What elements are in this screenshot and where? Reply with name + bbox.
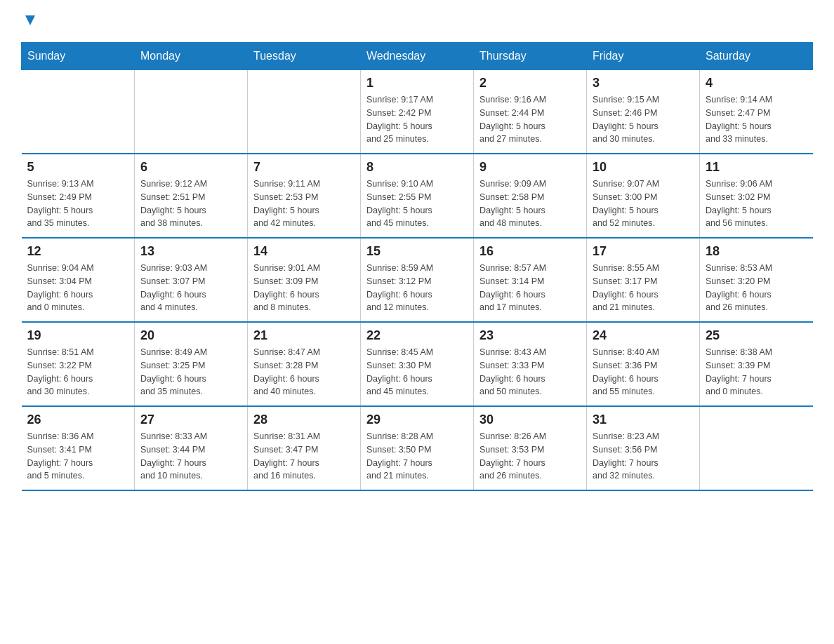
day-info: Sunrise: 9:14 AM Sunset: 2:47 PM Dayligh… bbox=[706, 93, 807, 146]
day-cell: 24Sunrise: 8:40 AM Sunset: 3:36 PM Dayli… bbox=[587, 322, 700, 406]
day-header-friday: Friday bbox=[587, 43, 700, 70]
day-cell: 28Sunrise: 8:31 AM Sunset: 3:47 PM Dayli… bbox=[248, 406, 361, 490]
days-of-week-row: SundayMondayTuesdayWednesdayThursdayFrid… bbox=[22, 43, 813, 70]
logo bbox=[21, 14, 38, 28]
day-cell: 7Sunrise: 9:11 AM Sunset: 2:53 PM Daylig… bbox=[248, 154, 361, 238]
week-row-2: 5Sunrise: 9:13 AM Sunset: 2:49 PM Daylig… bbox=[22, 154, 813, 238]
day-number: 14 bbox=[253, 244, 355, 259]
day-info: Sunrise: 8:38 AM Sunset: 3:39 PM Dayligh… bbox=[706, 346, 807, 398]
day-number: 4 bbox=[706, 76, 807, 90]
day-number: 9 bbox=[479, 160, 581, 175]
day-cell: 2Sunrise: 9:16 AM Sunset: 2:44 PM Daylig… bbox=[474, 70, 587, 154]
day-number: 1 bbox=[366, 76, 468, 90]
day-number: 2 bbox=[479, 76, 581, 90]
day-number: 31 bbox=[593, 412, 694, 427]
day-number: 11 bbox=[706, 160, 807, 175]
day-info: Sunrise: 8:26 AM Sunset: 3:53 PM Dayligh… bbox=[479, 430, 581, 483]
calendar-table: SundayMondayTuesdayWednesdayThursdayFrid… bbox=[21, 42, 813, 491]
day-cell: 19Sunrise: 8:51 AM Sunset: 3:22 PM Dayli… bbox=[22, 322, 135, 406]
day-number: 22 bbox=[366, 328, 468, 343]
day-cell: 21Sunrise: 8:47 AM Sunset: 3:28 PM Dayli… bbox=[248, 322, 361, 406]
day-cell bbox=[700, 406, 813, 490]
day-cell: 1Sunrise: 9:17 AM Sunset: 2:42 PM Daylig… bbox=[361, 70, 474, 154]
day-cell: 29Sunrise: 8:28 AM Sunset: 3:50 PM Dayli… bbox=[361, 406, 474, 490]
day-cell: 30Sunrise: 8:26 AM Sunset: 3:53 PM Dayli… bbox=[474, 406, 587, 490]
logo-triangle-icon bbox=[22, 13, 38, 28]
day-info: Sunrise: 8:57 AM Sunset: 3:14 PM Dayligh… bbox=[479, 262, 581, 314]
day-info: Sunrise: 8:40 AM Sunset: 3:36 PM Dayligh… bbox=[593, 346, 694, 398]
day-cell: 8Sunrise: 9:10 AM Sunset: 2:55 PM Daylig… bbox=[361, 154, 474, 238]
day-number: 5 bbox=[27, 160, 129, 175]
day-number: 18 bbox=[706, 244, 807, 259]
week-row-4: 19Sunrise: 8:51 AM Sunset: 3:22 PM Dayli… bbox=[22, 322, 813, 406]
page-header bbox=[21, 14, 813, 28]
day-info: Sunrise: 9:16 AM Sunset: 2:44 PM Dayligh… bbox=[479, 93, 581, 146]
day-info: Sunrise: 8:31 AM Sunset: 3:47 PM Dayligh… bbox=[253, 430, 355, 483]
day-info: Sunrise: 8:53 AM Sunset: 3:20 PM Dayligh… bbox=[706, 262, 807, 314]
day-cell: 20Sunrise: 8:49 AM Sunset: 3:25 PM Dayli… bbox=[135, 322, 248, 406]
day-cell: 25Sunrise: 8:38 AM Sunset: 3:39 PM Dayli… bbox=[700, 322, 813, 406]
day-info: Sunrise: 9:07 AM Sunset: 3:00 PM Dayligh… bbox=[593, 177, 694, 230]
day-number: 21 bbox=[253, 328, 355, 343]
day-number: 10 bbox=[593, 160, 694, 175]
day-number: 27 bbox=[140, 412, 241, 427]
day-info: Sunrise: 9:06 AM Sunset: 3:02 PM Dayligh… bbox=[706, 177, 807, 230]
day-header-sunday: Sunday bbox=[22, 43, 135, 70]
day-info: Sunrise: 8:43 AM Sunset: 3:33 PM Dayligh… bbox=[479, 346, 581, 398]
day-cell: 15Sunrise: 8:59 AM Sunset: 3:12 PM Dayli… bbox=[361, 238, 474, 322]
day-cell: 12Sunrise: 9:04 AM Sunset: 3:04 PM Dayli… bbox=[22, 238, 135, 322]
day-header-thursday: Thursday bbox=[474, 43, 587, 70]
day-cell: 16Sunrise: 8:57 AM Sunset: 3:14 PM Dayli… bbox=[474, 238, 587, 322]
day-info: Sunrise: 9:15 AM Sunset: 2:46 PM Dayligh… bbox=[593, 93, 694, 146]
svg-marker-0 bbox=[25, 15, 35, 25]
day-info: Sunrise: 8:28 AM Sunset: 3:50 PM Dayligh… bbox=[366, 430, 468, 483]
day-cell: 11Sunrise: 9:06 AM Sunset: 3:02 PM Dayli… bbox=[700, 154, 813, 238]
day-cell: 4Sunrise: 9:14 AM Sunset: 2:47 PM Daylig… bbox=[700, 70, 813, 154]
day-cell: 23Sunrise: 8:43 AM Sunset: 3:33 PM Dayli… bbox=[474, 322, 587, 406]
calendar-header: SundayMondayTuesdayWednesdayThursdayFrid… bbox=[22, 43, 813, 70]
day-cell: 10Sunrise: 9:07 AM Sunset: 3:00 PM Dayli… bbox=[587, 154, 700, 238]
day-info: Sunrise: 9:11 AM Sunset: 2:53 PM Dayligh… bbox=[253, 177, 355, 230]
day-number: 25 bbox=[706, 328, 807, 343]
day-header-wednesday: Wednesday bbox=[361, 43, 474, 70]
day-header-tuesday: Tuesday bbox=[248, 43, 361, 70]
day-cell: 3Sunrise: 9:15 AM Sunset: 2:46 PM Daylig… bbox=[587, 70, 700, 154]
day-info: Sunrise: 8:23 AM Sunset: 3:56 PM Dayligh… bbox=[593, 430, 694, 483]
day-cell: 27Sunrise: 8:33 AM Sunset: 3:44 PM Dayli… bbox=[135, 406, 248, 490]
day-cell: 5Sunrise: 9:13 AM Sunset: 2:49 PM Daylig… bbox=[22, 154, 135, 238]
day-number: 26 bbox=[27, 412, 129, 427]
day-header-monday: Monday bbox=[135, 43, 248, 70]
day-number: 17 bbox=[593, 244, 694, 259]
day-number: 30 bbox=[479, 412, 581, 427]
day-cell: 17Sunrise: 8:55 AM Sunset: 3:17 PM Dayli… bbox=[587, 238, 700, 322]
day-number: 13 bbox=[140, 244, 241, 259]
day-info: Sunrise: 8:49 AM Sunset: 3:25 PM Dayligh… bbox=[140, 346, 241, 398]
day-cell bbox=[248, 70, 361, 154]
day-number: 29 bbox=[366, 412, 468, 427]
day-header-saturday: Saturday bbox=[700, 43, 813, 70]
day-cell: 13Sunrise: 9:03 AM Sunset: 3:07 PM Dayli… bbox=[135, 238, 248, 322]
day-info: Sunrise: 8:45 AM Sunset: 3:30 PM Dayligh… bbox=[366, 346, 468, 398]
day-info: Sunrise: 9:12 AM Sunset: 2:51 PM Dayligh… bbox=[140, 177, 241, 230]
week-row-3: 12Sunrise: 9:04 AM Sunset: 3:04 PM Dayli… bbox=[22, 238, 813, 322]
calendar-body: 1Sunrise: 9:17 AM Sunset: 2:42 PM Daylig… bbox=[22, 70, 813, 491]
day-number: 7 bbox=[253, 160, 355, 175]
day-cell: 26Sunrise: 8:36 AM Sunset: 3:41 PM Dayli… bbox=[22, 406, 135, 490]
day-number: 19 bbox=[27, 328, 129, 343]
day-info: Sunrise: 9:03 AM Sunset: 3:07 PM Dayligh… bbox=[140, 262, 241, 314]
day-info: Sunrise: 8:55 AM Sunset: 3:17 PM Dayligh… bbox=[593, 262, 694, 314]
week-row-5: 26Sunrise: 8:36 AM Sunset: 3:41 PM Dayli… bbox=[22, 406, 813, 490]
day-info: Sunrise: 9:01 AM Sunset: 3:09 PM Dayligh… bbox=[253, 262, 355, 314]
day-number: 16 bbox=[479, 244, 581, 259]
day-number: 20 bbox=[140, 328, 241, 343]
day-number: 3 bbox=[593, 76, 694, 90]
day-number: 24 bbox=[593, 328, 694, 343]
day-info: Sunrise: 8:59 AM Sunset: 3:12 PM Dayligh… bbox=[366, 262, 468, 314]
day-number: 12 bbox=[27, 244, 129, 259]
day-info: Sunrise: 9:17 AM Sunset: 2:42 PM Dayligh… bbox=[366, 93, 468, 146]
day-info: Sunrise: 8:51 AM Sunset: 3:22 PM Dayligh… bbox=[27, 346, 129, 398]
day-info: Sunrise: 9:13 AM Sunset: 2:49 PM Dayligh… bbox=[27, 177, 129, 230]
day-info: Sunrise: 9:10 AM Sunset: 2:55 PM Dayligh… bbox=[366, 177, 468, 230]
day-cell: 14Sunrise: 9:01 AM Sunset: 3:09 PM Dayli… bbox=[248, 238, 361, 322]
day-number: 28 bbox=[253, 412, 355, 427]
